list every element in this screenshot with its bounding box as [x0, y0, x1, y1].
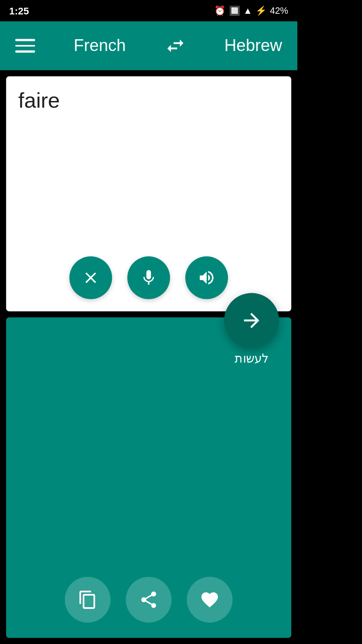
copy-button[interactable]: [65, 577, 110, 623]
app-header: French Hebrew: [0, 21, 297, 70]
time-display: 1:25: [9, 5, 29, 16]
main-content: faire: [0, 70, 297, 644]
signal-icon: ▲: [243, 5, 252, 16]
input-text-display[interactable]: faire: [18, 89, 279, 250]
share-button[interactable]: [126, 577, 171, 623]
translate-fab-container: לעשות: [224, 293, 279, 366]
clear-button[interactable]: [69, 256, 112, 299]
sim-icon: 🔲: [229, 5, 240, 16]
translate-button[interactable]: [224, 293, 279, 348]
status-bar: 1:25 ⏰ 🔲 ▲ ⚡ 42%: [0, 0, 297, 21]
menu-button[interactable]: [15, 39, 35, 53]
speaker-button[interactable]: [185, 256, 228, 299]
battery-display: 42%: [270, 5, 288, 16]
swap-languages-button[interactable]: [164, 35, 186, 57]
alarm-icon: ⏰: [214, 5, 226, 16]
favorite-button[interactable]: [187, 577, 232, 623]
status-icons: ⏰ 🔲 ▲ ⚡ 42%: [214, 5, 288, 16]
translate-label: לעשות: [235, 351, 269, 365]
target-language-label[interactable]: Hebrew: [224, 36, 282, 56]
microphone-button[interactable]: [127, 256, 170, 299]
translation-section: לעשות: [6, 317, 291, 638]
charge-icon: ⚡: [255, 5, 267, 16]
input-section: faire: [6, 76, 291, 311]
bottom-controls: [6, 577, 291, 623]
source-language-label[interactable]: French: [74, 36, 126, 56]
